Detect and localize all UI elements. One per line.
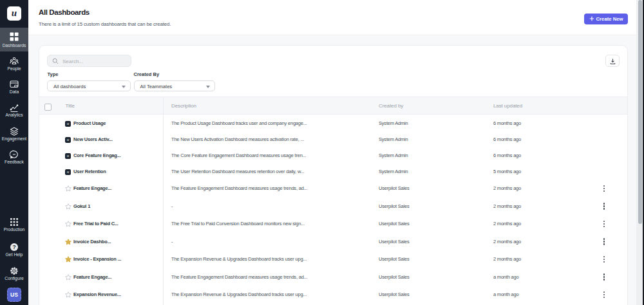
svg-text:?: ? xyxy=(12,244,15,250)
